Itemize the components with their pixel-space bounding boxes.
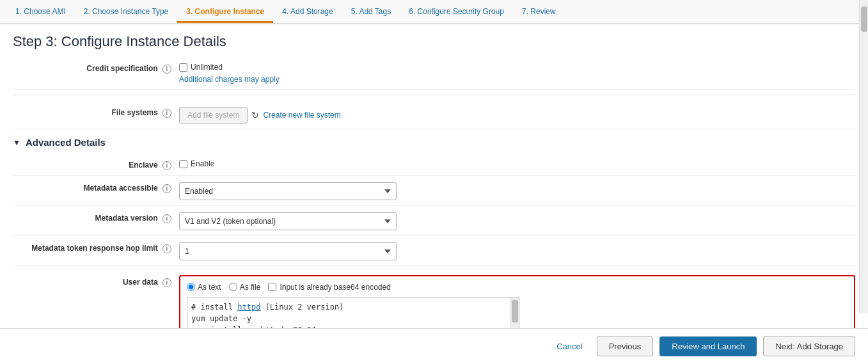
page-wrapper: 1. Choose AMI 2. Choose Instance Type 3.… [0,0,868,364]
textarea-scrollbar-thumb [512,300,518,322]
create-new-file-system-link[interactable]: Create new file system [263,111,340,120]
base64-checkbox-label[interactable]: Input is already base64 encoded [268,283,390,292]
metadata-hop-limit-info-icon[interactable]: i [162,244,171,253]
metadata-version-field: V1 and V2 (token optional) V2 only (toke… [179,211,855,230]
metadata-hop-limit-field: 1 2 3 [179,241,855,260]
tab-configure-security-group[interactable]: 6. Configure Security Group [400,2,513,23]
user-data-label: User data i [13,271,179,287]
metadata-accessible-select[interactable]: Enabled Disabled [179,182,397,200]
user-data-info-icon[interactable]: i [162,278,171,287]
metadata-hop-limit-label: Metadata token response hop limit i [13,241,179,253]
user-data-radio-group: As text As file Input is already base64 … [187,283,848,292]
unlimited-checkbox-label[interactable]: Unlimited [179,63,855,72]
file-systems-row: File systems i Add file system ↻ Create … [13,100,855,129]
file-systems-info-icon[interactable]: i [162,109,171,118]
metadata-version-label: Metadata version i [13,211,179,223]
file-systems-field: Add file system ↻ Create new file system [179,106,855,123]
tab-add-storage[interactable]: 4. Add Storage [273,2,342,23]
page-title: Step 3: Configure Instance Details [0,24,868,56]
review-and-launch-button[interactable]: Review and Launch [659,336,757,356]
base64-checkbox[interactable] [268,283,276,291]
credit-specification-field: Unlimited Additional charges may apply [179,61,855,84]
enclave-checkbox[interactable] [179,160,187,168]
page-scrollbar[interactable] [859,0,868,313]
tab-choose-ami[interactable]: 1. Choose AMI [6,2,75,23]
metadata-accessible-row: Metadata accessible i Enabled Disabled [13,176,855,206]
cancel-button[interactable]: Cancel [549,337,590,356]
metadata-accessible-info-icon[interactable]: i [162,184,171,193]
action-bar: Cancel Previous Review and Launch Next: … [0,328,868,364]
advanced-details-arrow: ▼ [13,138,20,147]
divider-1 [13,95,855,95]
metadata-accessible-label: Metadata accessible i [13,181,179,193]
advanced-details-header[interactable]: ▼ Advanced Details [0,129,868,153]
tab-configure-instance[interactable]: 3. Configure Instance [177,2,273,23]
advanced-details-content: Enclave i Enable Metadata accessible i [0,153,868,338]
metadata-accessible-field: Enabled Disabled [179,181,855,200]
metadata-hop-limit-select[interactable]: 1 2 3 [179,242,397,260]
enclave-label: Enclave i [13,158,179,170]
as-file-label[interactable]: As file [229,283,261,292]
unlimited-checkbox[interactable] [179,63,187,72]
credit-specification-info-icon[interactable]: i [162,65,171,74]
additional-charges-link[interactable]: Additional charges may apply [179,75,280,84]
metadata-version-select[interactable]: V1 and V2 (token optional) V2 only (toke… [179,212,397,230]
enclave-info-icon[interactable]: i [162,161,171,170]
user-data-row: User data i As text As file [13,266,855,338]
tab-review[interactable]: 7. Review [513,2,565,23]
main-content: Credit specification i Unlimited Additio… [0,56,868,129]
tab-add-tags[interactable]: 5. Add Tags [342,2,400,23]
enclave-field: Enable [179,158,855,168]
enclave-checkbox-label[interactable]: Enable [179,159,855,168]
previous-button[interactable]: Previous [597,336,654,356]
metadata-hop-limit-row: Metadata token response hop limit i 1 2 … [13,236,855,266]
add-file-system-button[interactable]: Add file system [179,107,248,123]
refresh-icon[interactable]: ↻ [251,110,259,120]
file-systems-label: File systems i [13,106,179,118]
credit-specification-label: Credit specification i [13,61,179,74]
tab-choose-instance-type[interactable]: 2. Choose Instance Type [75,2,178,23]
as-text-label[interactable]: As text [187,283,221,292]
metadata-version-row: Metadata version i V1 and V2 (token opti… [13,206,855,236]
scroll-area[interactable]: Step 3: Configure Instance Details Credi… [0,24,868,338]
wizard-tabs: 1. Choose AMI 2. Choose Instance Type 3.… [0,0,868,24]
credit-specification-row: Credit specification i Unlimited Additio… [13,56,855,90]
page-scrollbar-thumb [861,6,867,32]
as-text-radio[interactable] [187,283,195,291]
metadata-version-info-icon[interactable]: i [162,214,171,223]
next-add-storage-button[interactable]: Next: Add Storage [763,336,855,356]
enclave-row: Enclave i Enable [13,153,855,176]
as-file-radio[interactable] [229,283,237,291]
